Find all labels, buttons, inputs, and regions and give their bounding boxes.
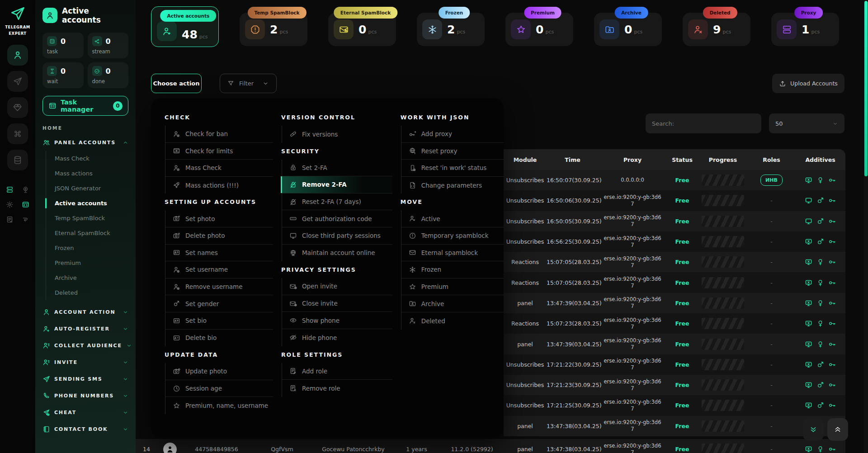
menu-item-archive[interactable]: Archive xyxy=(401,295,504,312)
rail-mini-server-check[interactable] xyxy=(6,186,14,193)
menu-item-reset-in-work-status[interactable]: Reset 'in work' status xyxy=(401,160,504,177)
table-row[interactable]: Unsubscribes17:21:22(30.09.25)erse.io:92… xyxy=(504,354,845,375)
status-card-frozen[interactable]: Frozen2pcs xyxy=(417,13,485,46)
sidebar-item-archive[interactable]: Archive xyxy=(46,270,128,285)
menu-item-close-third-party-sessions[interactable]: Close third party sessions xyxy=(282,227,392,245)
column-header-roles[interactable]: Roles xyxy=(748,156,795,163)
menu-item-check-for-ban[interactable]: Check for ban xyxy=(165,126,273,143)
status-card-temp-spamblock[interactable]: Temp SpamBlock2pcs xyxy=(240,13,307,46)
rail-mini-report[interactable] xyxy=(6,216,14,223)
scroll-to-top-button[interactable] xyxy=(827,418,848,441)
menu-item-fix-versions[interactable]: Fix versions xyxy=(282,126,392,143)
column-header-module[interactable]: Module xyxy=(504,156,547,163)
menu-item-add-role[interactable]: Add role xyxy=(282,363,392,380)
table-row[interactable]: panel13:47:38(03.04.25)erse.io:9200:y-gb… xyxy=(504,416,845,436)
menu-item-hide-phone[interactable]: Hide phone xyxy=(282,329,392,346)
status-card-archive[interactable]: Archive0pcs xyxy=(594,13,662,46)
menu-item-reset-2-fa-7-days[interactable]: Reset 2-FA (7 days) xyxy=(282,193,392,211)
menu-item-eternal-spamblock[interactable]: Eternal spamblock xyxy=(401,245,504,262)
sidebar-item-frozen[interactable]: Frozen xyxy=(46,241,128,255)
sidebar-group-panel-accounts[interactable]: PANEL ACCOUNTS xyxy=(42,137,128,147)
menu-item-set-photo[interactable]: Set photo xyxy=(165,210,273,227)
column-header-additives[interactable]: Additives xyxy=(795,156,845,163)
sidebar-group-invite[interactable]: INVITE xyxy=(42,357,128,367)
sidebar-item-deleted[interactable]: Deleted xyxy=(46,285,128,300)
menu-item-set-gender[interactable]: Set gender xyxy=(165,295,273,312)
menu-item-close-invite[interactable]: Close invite xyxy=(282,295,392,312)
table-row[interactable]: panel13:47:39(03.04.25)erse.io:9200:y-gb… xyxy=(504,293,845,313)
table-row[interactable]: Unsubscribes17:21:25(30.09.25)erse.io:92… xyxy=(504,395,845,415)
menu-item-temporary-spamblock[interactable]: Temporary spamblock xyxy=(401,227,504,245)
table-row[interactable]: Unsubscribes16:50:06(30.09.25)erse.io:92… xyxy=(504,190,845,211)
menu-item-session-age[interactable]: Session age xyxy=(165,380,273,397)
table-row[interactable]: Reactions15:07:23(28.03.25)erse.io:9200:… xyxy=(504,313,845,334)
sidebar-item-mass-check[interactable]: Mass Check xyxy=(46,151,128,166)
menu-item-premium-name-username[interactable]: Premium, name, username xyxy=(165,397,273,414)
column-header-status[interactable]: Status xyxy=(666,156,698,163)
menu-item-set-names[interactable]: Set names xyxy=(165,245,273,262)
table-row-full[interactable]: 14447584849856QgfVsmGocewu Patoncchrkby1… xyxy=(136,439,845,453)
table-row[interactable]: Unsubscribes16:56:25(30.09.25)erse.io:92… xyxy=(504,231,845,252)
menu-item-remove-role[interactable]: Remove role xyxy=(282,380,392,397)
sidebar-group-collect-audience[interactable]: COLLECT AUDIENCE xyxy=(42,340,128,350)
task-manager-button[interactable]: Task manager 0 xyxy=(42,96,128,116)
scrollbar-thumb[interactable] xyxy=(864,1,868,176)
menu-item-mass-check[interactable]: Mass Check xyxy=(165,160,273,177)
sidebar-item-eternal-spamblock[interactable]: Eternal SpamBlock xyxy=(46,226,128,241)
rail-mini-settings[interactable] xyxy=(6,201,14,208)
menu-item-reset-proxy[interactable]: Reset proxy xyxy=(401,143,504,160)
menu-item-show-phone[interactable]: Show phone xyxy=(282,312,392,329)
status-card-premium[interactable]: Premium0pcs xyxy=(505,13,573,46)
sidebar-item-json-generator[interactable]: JSON Generator xyxy=(46,181,128,196)
choose-action-button[interactable]: Choose action xyxy=(151,74,202,93)
menu-item-frozen[interactable]: Frozen xyxy=(401,261,504,278)
rail-button-accounts[interactable] xyxy=(7,45,28,66)
rail-mini-webcam[interactable] xyxy=(22,186,29,193)
sidebar-item-temp-spamblock[interactable]: Temp SpamBlock xyxy=(46,211,128,226)
status-card-eternal-spamblock[interactable]: Eternal SpamBlock0pcs xyxy=(328,13,396,46)
sidebar-item-mass-actions[interactable]: Mass actions xyxy=(46,166,128,181)
status-card-active-accounts[interactable]: Active accounts48pcs xyxy=(151,6,219,47)
scroll-to-bottom-button[interactable] xyxy=(803,418,824,441)
rail-button-messenger[interactable] xyxy=(7,71,28,92)
sidebar-group-contact-book[interactable]: CONTACT BOOK xyxy=(42,424,128,434)
menu-item-delete-bio[interactable]: Delete bio xyxy=(165,330,273,347)
menu-item-change-parameters[interactable]: Change parameters xyxy=(401,177,504,194)
menu-item-set-bio[interactable]: Set bio xyxy=(165,312,273,330)
upload-accounts-button[interactable]: Upload Accounts xyxy=(772,74,844,93)
menu-item-deleted[interactable]: Deleted xyxy=(401,312,504,330)
sidebar-group-auto-register[interactable]: AUTO-REGISTER xyxy=(42,324,128,334)
sidebar-item-premium[interactable]: Premium xyxy=(46,255,128,270)
menu-item-open-invite[interactable]: Open invite xyxy=(282,278,392,295)
rail-mini-swap[interactable] xyxy=(22,216,29,223)
rail-button-database[interactable] xyxy=(7,150,28,170)
filter-dropdown[interactable]: Filter xyxy=(220,74,277,93)
table-row[interactable]: Reactions15:07:05(28.03.25)erse.io:9200:… xyxy=(504,272,845,293)
menu-item-maintain-account-online[interactable]: Maintain account online xyxy=(282,245,392,262)
table-row[interactable]: Unsubscribes17:21:23(30.09.25)erse.io:92… xyxy=(504,375,845,395)
table-row[interactable]: Unsubscribes16:50:05(30.09.25)erse.io:92… xyxy=(504,211,845,231)
menu-item-remove-2-fa[interactable]: Remove 2-FA xyxy=(282,176,392,193)
search-input[interactable] xyxy=(646,113,761,133)
sidebar-group-phone-numbers[interactable]: PHONE NUMBERS xyxy=(42,391,128,401)
status-card-proxy[interactable]: Proxy1pcs xyxy=(771,13,839,46)
menu-item-delete-photo[interactable]: Delete photo xyxy=(165,227,273,245)
table-row[interactable]: Unsubscribes16:50:07(30.09.25)0.0.0.0:0F… xyxy=(504,170,845,190)
sidebar-item-active-accounts[interactable]: Active accounts xyxy=(46,196,128,211)
table-row[interactable]: Reactions15:07:05(28.03.25)erse.io:9200:… xyxy=(504,252,845,272)
column-header-progress[interactable]: Progress xyxy=(698,156,748,163)
status-card-deleted[interactable]: Deleted9pcs xyxy=(683,13,750,46)
menu-item-add-proxy[interactable]: Add proxy xyxy=(401,126,504,143)
sidebar-group-account-action[interactable]: ACCOUNT ACTION xyxy=(42,307,128,317)
column-header-time[interactable]: Time xyxy=(547,156,599,163)
sidebar-group-sending-sms[interactable]: SENDING SMS xyxy=(42,374,128,384)
sidebar-group-cheat[interactable]: CHEAT xyxy=(42,407,128,417)
column-header-proxy[interactable]: Proxy xyxy=(599,156,666,163)
menu-item-get-authorization-code[interactable]: Get authorization code xyxy=(282,210,392,227)
rail-button-premium[interactable] xyxy=(7,97,28,118)
menu-item-check-for-limits[interactable]: Check for limits xyxy=(165,143,273,160)
menu-item-remove-username[interactable]: Remove username xyxy=(165,278,273,296)
table-row[interactable]: panel13:47:39(03.04.25)erse.io:9200:y-gb… xyxy=(504,334,845,354)
rail-button-commands[interactable] xyxy=(7,123,28,144)
menu-item-set-username[interactable]: Set username xyxy=(165,261,273,278)
